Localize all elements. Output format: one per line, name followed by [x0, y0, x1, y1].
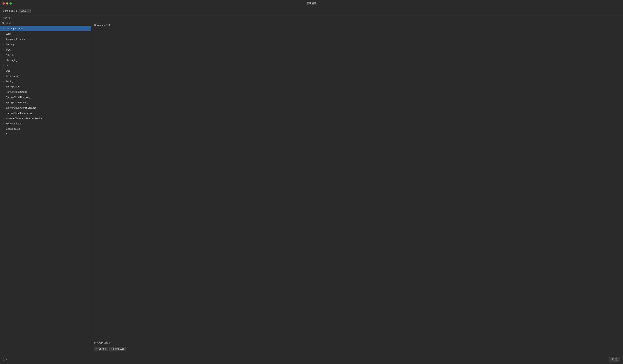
list-item-io[interactable]: ›I/O	[0, 63, 91, 68]
list-item-sql[interactable]: ›SQL	[0, 47, 91, 52]
toolbar: Spring Boot： 3.2.03.3.03.4.2	[0, 7, 623, 15]
right-panel-content	[94, 28, 620, 341]
category-label: Ops	[6, 69, 10, 72]
list-item-google-cloud[interactable]: ›Google Cloud	[0, 126, 91, 132]
chevron-icon: ›	[2, 54, 4, 56]
category-label: Security	[6, 43, 14, 46]
chevron-icon: ›	[2, 91, 4, 93]
remove-dep-icon[interactable]: ×	[111, 348, 112, 350]
list-item-messaging[interactable]: ›Messaging	[0, 58, 91, 63]
chevron-icon: ›	[2, 86, 4, 88]
list-item-spring-cloud-messaging[interactable]: ›Spring Cloud Messaging	[0, 110, 91, 116]
chevron-icon: ›	[2, 96, 4, 98]
category-label: Web	[6, 32, 11, 35]
category-label: Observability	[6, 75, 20, 78]
list-item-spring-cloud-routing[interactable]: ›Spring Cloud Routing	[0, 100, 91, 105]
cancel-button[interactable]: 取消	[609, 357, 620, 362]
category-label: Google Cloud	[6, 127, 21, 130]
chevron-icon: ›	[2, 59, 4, 61]
list-item-observability[interactable]: ›Observability	[0, 73, 91, 79]
category-label: Developer Tools	[6, 27, 23, 30]
version-select[interactable]: 3.2.03.3.03.4.2	[19, 9, 31, 13]
list-item-testing[interactable]: ›Testing	[0, 79, 91, 84]
category-label: Spring Cloud Config	[6, 91, 27, 93]
list-item-microsoft-azure[interactable]: ›Microsoft Azure	[0, 121, 91, 126]
added-deps-container: ×OpenAI×Spring Web	[94, 346, 620, 352]
minimize-button[interactable]	[6, 2, 8, 4]
chevron-icon: ›	[2, 107, 4, 109]
main-content: 🔍 ›Developer Tools›Web›Template Engines›…	[0, 21, 623, 355]
category-label: Messaging	[6, 59, 17, 61]
category-label: Spring Cloud Routing	[6, 101, 28, 104]
category-label: NoSQL	[6, 54, 14, 56]
category-label: SQL	[6, 48, 11, 51]
category-label: Testing	[6, 80, 13, 83]
category-label: AI	[6, 133, 8, 136]
added-deps-label: 已添加的依赖项：	[94, 341, 620, 344]
chevron-icon: ›	[2, 117, 4, 120]
category-label: Template Engines	[6, 38, 25, 40]
list-item-ai[interactable]: ›AI	[0, 132, 91, 137]
chevron-icon: ›	[2, 64, 4, 67]
category-label: Spring Cloud Messaging	[6, 112, 32, 114]
window-title: 新建项目	[307, 2, 316, 5]
category-label: Spring Cloud Discovery	[6, 96, 31, 99]
dep-label: OpenAI	[98, 348, 106, 350]
category-label: I/O	[6, 64, 9, 67]
chevron-icon: ›	[2, 70, 4, 72]
category-list: ›Developer Tools›Web›Template Engines›Se…	[0, 26, 91, 355]
category-label: VMware Tanzu Application Service	[6, 117, 42, 120]
chevron-icon: ›	[2, 133, 4, 135]
search-icon: 🔍	[2, 22, 5, 25]
remove-dep-icon[interactable]: ×	[96, 348, 97, 350]
dep-tag-openai[interactable]: ×OpenAI	[94, 347, 108, 351]
close-button[interactable]	[2, 2, 5, 4]
list-item-spring-cloud-circuit-breaker[interactable]: ›Spring Cloud Circuit Breaker	[0, 105, 91, 110]
list-item-spring-cloud[interactable]: ›Spring Cloud	[0, 84, 91, 89]
list-item-security[interactable]: ›Security	[0, 42, 91, 47]
bottom-bar: ? 取消	[0, 355, 623, 364]
added-deps-section: 已添加的依赖项： ×OpenAI×Spring Web	[94, 341, 620, 352]
chevron-icon: ›	[2, 38, 4, 40]
dep-tag-spring-web[interactable]: ×Spring Web	[109, 347, 127, 351]
search-input[interactable]	[6, 22, 89, 25]
maximize-button[interactable]	[9, 2, 12, 4]
chevron-icon: ›	[2, 128, 4, 130]
chevron-icon: ›	[2, 49, 4, 51]
deps-label: 依赖项：	[0, 15, 623, 21]
category-label: Microsoft Azure	[6, 122, 22, 125]
right-panel-title: Developer Tools	[94, 24, 620, 26]
version-select-wrapper[interactable]: 3.2.03.3.03.4.2	[19, 9, 31, 13]
chevron-icon: ›	[2, 122, 4, 125]
chevron-icon: ›	[2, 27, 4, 30]
chevron-icon: ›	[2, 33, 4, 35]
chevron-icon: ›	[2, 101, 4, 104]
list-item-vmware-tanzu[interactable]: ›VMware Tanzu Application Service	[0, 116, 91, 121]
search-box: 🔍	[0, 21, 91, 26]
list-item-template-engines[interactable]: ›Template Engines	[0, 37, 91, 42]
chevron-icon: ›	[2, 43, 4, 45]
chevron-icon: ›	[2, 75, 4, 77]
list-item-spring-cloud-config[interactable]: ›Spring Cloud Config	[0, 89, 91, 95]
help-button[interactable]: ?	[3, 358, 7, 361]
list-item-nosql[interactable]: ›NoSQL	[0, 52, 91, 58]
right-panel: Developer Tools 已添加的依赖项： ×OpenAI×Spring …	[91, 21, 623, 355]
spring-boot-label: Spring Boot：	[3, 9, 18, 13]
list-item-ops[interactable]: ›Ops	[0, 68, 91, 73]
list-item-web[interactable]: ›Web	[0, 31, 91, 37]
chevron-icon: ›	[2, 80, 4, 82]
category-label: Spring Cloud Circuit Breaker	[6, 106, 36, 109]
window-controls[interactable]	[2, 2, 12, 4]
dep-label: Spring Web	[113, 348, 124, 350]
list-item-developer-tools[interactable]: ›Developer Tools	[0, 26, 91, 31]
chevron-icon: ›	[2, 112, 4, 114]
list-item-spring-cloud-discovery[interactable]: ›Spring Cloud Discovery	[0, 95, 91, 100]
left-panel: 🔍 ›Developer Tools›Web›Template Engines›…	[0, 21, 91, 355]
title-bar: 新建项目	[0, 0, 623, 7]
category-label: Spring Cloud	[6, 85, 20, 88]
